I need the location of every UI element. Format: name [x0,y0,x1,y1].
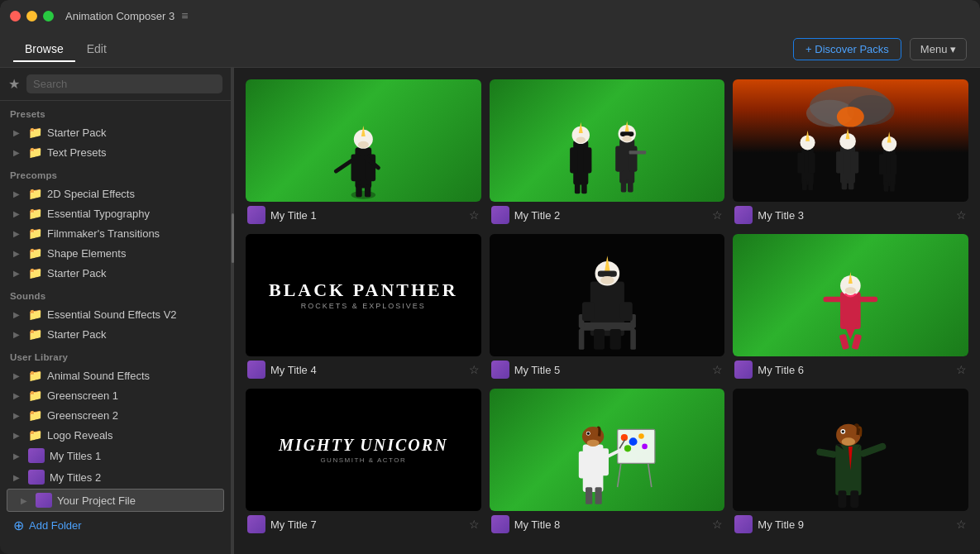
item-title-3: My Title 3 [758,209,951,222]
svg-point-0 [351,191,376,199]
add-folder-row[interactable]: ⊕ Add Folder [0,513,231,538]
sidebar-item-essential-sound-effects[interactable]: ▶ 📁 Essential Sound Effects V2 [0,304,231,324]
svg-rect-15 [581,180,587,193]
grid-item-1[interactable]: My Title 1 ☆ [246,79,481,226]
sidebar-item-label: Essential Typography [47,208,150,220]
svg-point-67 [600,276,614,284]
hamburger-icon[interactable]: ≡ [181,9,188,22]
svg-rect-63 [620,302,633,321]
sidebar-item-starter-pack-sounds[interactable]: ▶ 📁 Starter Pack [0,324,231,344]
item-icon-3 [734,206,753,224]
tab-browse[interactable]: Browse [13,37,75,62]
svg-line-85 [648,463,651,487]
svg-rect-49 [890,154,896,174]
title-bar: Animation Composer 3 ≡ [0,0,980,31]
folder-icon: 📁 [28,126,42,139]
chevron-icon: ▶ [13,473,23,482]
sidebar-item-my-titles-1[interactable]: ▶ My Titles 1 [0,445,231,466]
svg-rect-21 [629,146,637,172]
sidebar-item-text-presets[interactable]: ▶ 📁 Text Presets [0,142,231,162]
sidebar-item-shape-elements[interactable]: ▶ 📁 Shape Elements [0,243,231,263]
item-favorite-9[interactable]: ☆ [956,518,967,531]
nav-right: + Discover Packs Menu ▾ [793,38,967,60]
folder-icon: 📁 [28,227,42,240]
sidebar-item-starter-pack-presets[interactable]: ▶ 📁 Starter Pack [0,122,231,142]
grid-item-6[interactable]: My Title 6 ☆ [733,234,968,380]
item-title-7: My Title 7 [270,518,464,531]
sidebar-item-animal-sound-effects[interactable]: ▶ 📁 Animal Sound Effects [0,365,231,385]
item-icon-4 [247,361,265,379]
menu-button[interactable]: Menu ▾ [910,38,967,60]
add-folder-label: Add Folder [29,519,82,532]
sidebar-item-label: Essential Sound Effects V2 [47,308,177,321]
item-favorite-4[interactable]: ☆ [469,363,480,376]
grid-item-2[interactable]: My Title 2 ☆ [490,79,725,226]
svg-line-9 [336,161,351,171]
folder-icon: 📁 [28,389,42,402]
folder-icon: 📁 [28,327,42,341]
sidebar-item-2d-special-effects[interactable]: ▶ 📁 2D Special Effects [0,184,231,203]
thumbnail-3 [733,79,968,202]
minimize-button[interactable] [26,11,37,21]
sidebar-item-my-titles-2[interactable]: ▶ My Titles 2 [0,466,231,488]
sidebar-item-your-project-file[interactable]: ▶ Your Project File [7,489,224,512]
sidebar-item-starter-pack-precomps[interactable]: ▶ 📁 Starter Pack [0,263,231,283]
grid-item-8[interactable]: My Title 8 ☆ [490,389,725,535]
favorites-star-icon[interactable]: ★ [8,76,20,92]
chevron-icon: ▶ [13,371,23,380]
search-bar: ★ [0,68,231,101]
grid-item-7[interactable]: MIGHTY UNICORN GUNSMITH & ACTOR My Title… [246,389,481,535]
item-favorite-6[interactable]: ☆ [956,363,967,376]
item-favorite-3[interactable]: ☆ [956,208,967,222]
svg-rect-102 [816,448,838,458]
svg-point-108 [842,430,844,432]
sidebar: ★ Presets ▶ 📁 Starter Pack ▶ 📁 Text Pres… [0,68,232,554]
svg-rect-36 [802,180,807,190]
sidebar-item-essential-typography[interactable]: ▶ 📁 Essential Typography [0,203,231,223]
item-favorite-2[interactable]: ☆ [712,208,723,222]
sidebar-item-label: My Titles 2 [50,471,101,484]
svg-point-76 [845,287,856,294]
grid-item-4[interactable]: BLACK PANTHER ROCKETS & EXPLOSIVES My Ti… [246,234,481,380]
maximize-button[interactable] [43,11,54,21]
sidebar-item-label: Your Project File [57,494,136,507]
item-title-5: My Title 5 [514,364,708,376]
svg-rect-104 [851,490,859,508]
item-favorite-1[interactable]: ☆ [469,208,480,222]
thumbnail-2 [490,79,725,202]
svg-rect-56 [578,329,584,350]
grid-item-5[interactable]: My Title 5 ☆ [490,234,725,380]
item-title-6: My Title 6 [758,364,951,376]
item-favorite-7[interactable]: ☆ [469,518,480,531]
folder-icon: 📁 [28,308,42,321]
search-input[interactable] [26,74,222,93]
tab-edit[interactable]: Edit [75,37,118,62]
svg-rect-34 [798,153,805,174]
sidebar-item-greenscreen-2[interactable]: ▶ 📁 Greenscreen 2 [0,405,231,425]
svg-point-27 [622,136,632,141]
sidebar-item-logo-reveals[interactable]: ▶ 📁 Logo Reveals [0,425,231,445]
close-button[interactable] [10,11,21,21]
svg-rect-71 [852,334,863,351]
sidebar-item-label: Shape Elements [47,247,126,260]
svg-rect-35 [809,153,815,174]
grid-item-9[interactable]: My Title 9 ☆ [733,389,968,535]
item-favorite-5[interactable]: ☆ [712,363,723,376]
discover-packs-button[interactable]: + Discover Packs [793,38,901,60]
grid-item-3[interactable]: My Title 3 ☆ [733,79,968,226]
chevron-icon: ▶ [13,209,23,218]
svg-rect-22 [620,179,626,192]
thumbnail-8 [490,389,725,511]
folder-icon: 📁 [28,369,42,382]
main-layout: ★ Presets ▶ 📁 Starter Pack ▶ 📁 Text Pres… [0,68,980,554]
traffic-lights [10,11,54,21]
svg-rect-51 [890,181,895,191]
svg-rect-72 [824,297,843,303]
sidebar-item-greenscreen-1[interactable]: ▶ 📁 Greenscreen 1 [0,385,231,405]
sidebar-item-filmmakers-transitions[interactable]: ▶ 📁 Filmmaker's Transitions [0,223,231,243]
item-favorite-8[interactable]: ☆ [712,518,723,531]
svg-rect-5 [365,184,370,197]
section-sounds: Sounds [0,283,231,304]
nav-tabs: Browse Edit [13,37,118,62]
thumbnail-5 [490,234,725,356]
